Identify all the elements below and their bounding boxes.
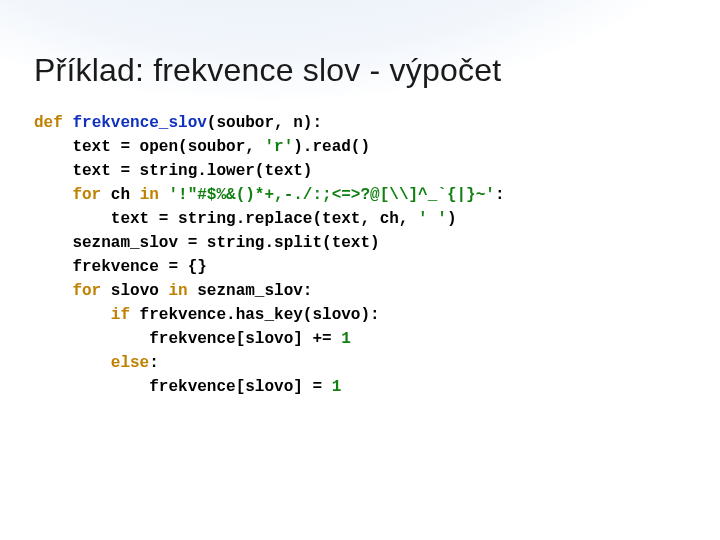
line9a xyxy=(34,306,111,324)
kw-in2: in xyxy=(168,282,187,300)
line11b: : xyxy=(149,354,159,372)
kw-def: def xyxy=(34,114,63,132)
slide-title: Příklad: frekvence slov - výpočet xyxy=(34,52,686,89)
line11a xyxy=(34,354,111,372)
line2a: text = open(soubor, xyxy=(34,138,264,156)
line3: text = string.lower(text) xyxy=(34,162,312,180)
line4c xyxy=(159,186,169,204)
line12a: frekvence[slovo] = xyxy=(34,378,332,396)
sig: (soubor, n): xyxy=(207,114,322,132)
line8b: slovo xyxy=(101,282,168,300)
kw-for1: for xyxy=(72,186,101,204)
line4d: : xyxy=(495,186,505,204)
num-1a: 1 xyxy=(341,330,351,348)
code-block: def frekvence_slov(soubor, n): text = op… xyxy=(34,107,686,419)
line5a: text = string.replace(text, ch, xyxy=(34,210,418,228)
kw-for2: for xyxy=(72,282,101,300)
line4-str: '!"#$%&()*+,-./:;<=>?@[\\]^_`{|}~' xyxy=(168,186,494,204)
kw-else: else xyxy=(111,354,149,372)
num-1b: 1 xyxy=(332,378,342,396)
line2-str: 'r' xyxy=(264,138,293,156)
line10a: frekvence[slovo] += xyxy=(34,330,341,348)
line4a xyxy=(34,186,72,204)
slide-content: Příklad: frekvence slov - výpočet def fr… xyxy=(0,0,720,419)
line8c: seznam_slov: xyxy=(188,282,313,300)
line5-str: ' ' xyxy=(418,210,447,228)
line9b: frekvence.has_key(slovo): xyxy=(130,306,380,324)
line7: frekvence = {} xyxy=(34,258,207,276)
line4b: ch xyxy=(101,186,139,204)
fn-name: frekvence_slov xyxy=(72,114,206,132)
kw-if: if xyxy=(111,306,130,324)
line5b: ) xyxy=(447,210,457,228)
line2b: ).read() xyxy=(293,138,370,156)
kw-in1: in xyxy=(140,186,159,204)
line6: seznam_slov = string.split(text) xyxy=(34,234,380,252)
line8a xyxy=(34,282,72,300)
